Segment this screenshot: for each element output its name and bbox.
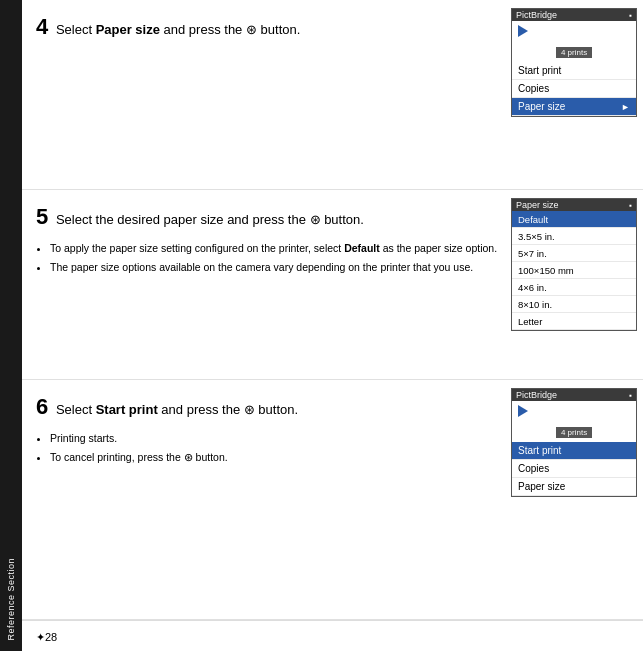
step-4-menu-copies[interactable]: Copies (512, 80, 636, 98)
step-6-prints-badge: 4 prints (556, 427, 592, 438)
step-5-screenshot: Paper size ▪ Default 3.5×5 in. 5×7 in. 1… (511, 190, 643, 379)
step-4-heading-before: Select (56, 22, 96, 37)
step-6-number: 6 (36, 394, 48, 419)
step-5-menu-35x5[interactable]: 3.5×5 in. (512, 228, 636, 245)
step-4-menu-start-print-label: Start print (518, 65, 561, 76)
step-6-button-symbol: ⊛ (244, 402, 255, 417)
step-5-menu-35x5-label: 3.5×5 in. (518, 231, 555, 242)
step-5-bullet-2: The paper size options available on the … (50, 260, 501, 276)
step-5-bullets: To apply the paper size setting configur… (36, 241, 501, 276)
step-4-screenshot: PictBridge ▪ 4 prints Start print Copies (511, 0, 643, 189)
bullet-prefix: ✦ (36, 631, 45, 643)
step-5-bullet-1-before: To apply the paper size setting configur… (50, 242, 344, 254)
step-5-bullet-1-after: as the paper size option. (380, 242, 497, 254)
step-4-menu-paper-size-label: Paper size (518, 101, 565, 112)
step-4-chevron-right: ► (621, 102, 630, 112)
step-4-camera-row (512, 21, 636, 39)
step-6-topbar: PictBridge ▪ (512, 389, 636, 401)
step-5-section: 5 Select the desired paper size and pres… (22, 190, 643, 380)
step-6-heading-after: and press the (158, 402, 244, 417)
step-5-bullet-1-bold: Default (344, 242, 380, 254)
step-5-menu-8x10-label: 8×10 in. (518, 299, 552, 310)
step-6-bullet-2-button: ⊛ (184, 451, 193, 463)
step-6-prints-area: 4 prints (512, 419, 636, 442)
step-4-button-symbol: ⊛ (246, 22, 257, 37)
step-5-heading: 5 Select the desired paper size and pres… (36, 202, 501, 233)
step-5-screen-title: Paper size (516, 200, 559, 210)
step-6-topbar-icon: ▪ (629, 391, 632, 400)
main-content: 4 Select Paper size and press the ⊛ butt… (22, 0, 643, 651)
step-5-bullet-1: To apply the paper size setting configur… (50, 241, 501, 257)
step-4-text: 4 Select Paper size and press the ⊛ butt… (22, 0, 511, 189)
step-6-screen: PictBridge ▪ 4 prints Start print Copies (511, 388, 637, 497)
step-5-menu-default-label: Default (518, 214, 548, 225)
step-6-menu-start-print-label: Start print (518, 445, 561, 456)
step-5-menu-letter[interactable]: Letter (512, 313, 636, 330)
step-5-menu-100x150-label: 100×150 mm (518, 265, 574, 276)
step-6-menu-paper-size[interactable]: Paper size (512, 478, 636, 496)
step-6-heading-end: button. (255, 402, 298, 417)
step-6-bullet-1: Printing starts. (50, 431, 501, 447)
step-4-screen-body: 4 prints Start print Copies Paper size ► (512, 21, 636, 116)
step-6-menu-copies[interactable]: Copies (512, 460, 636, 478)
step-5-menu-letter-label: Letter (518, 316, 542, 327)
step-4-number: 4 (36, 14, 48, 39)
step-6-heading-before: Select (56, 402, 96, 417)
step-4-prints-badge: 4 prints (556, 47, 592, 58)
step-5-bullet-2-text: The paper size options available on the … (50, 261, 473, 273)
step-5-text: 5 Select the desired paper size and pres… (22, 190, 511, 379)
step-6-camera-icon (518, 405, 528, 417)
step-5-screen-body: Default 3.5×5 in. 5×7 in. 100×150 mm 4×6… (512, 211, 636, 330)
step-4-menu-paper-size[interactable]: Paper size ► (512, 98, 636, 116)
step-4-bold: Paper size (96, 22, 160, 37)
sidebar: Reference Section (0, 0, 22, 651)
step-6-section: 6 Select Start print and press the ⊛ but… (22, 380, 643, 620)
step-4-section: 4 Select Paper size and press the ⊛ butt… (22, 0, 643, 190)
step-4-heading: 4 Select Paper size and press the ⊛ butt… (36, 12, 501, 43)
step-5-topbar: Paper size ▪ (512, 199, 636, 211)
step-6-screenshot: PictBridge ▪ 4 prints Start print Copies (511, 380, 643, 619)
page-footer: ✦28 (22, 620, 643, 651)
step-5-heading-end: button. (321, 212, 364, 227)
step-4-menu-copies-label: Copies (518, 83, 549, 94)
step-6-bullet-2: To cancel printing, press the ⊛ button. (50, 450, 501, 466)
step-6-bold: Start print (96, 402, 158, 417)
step-5-menu-default[interactable]: Default (512, 211, 636, 228)
step-5-menu-8x10[interactable]: 8×10 in. (512, 296, 636, 313)
step-6-camera-row (512, 401, 636, 419)
step-5-menu-100x150[interactable]: 100×150 mm (512, 262, 636, 279)
step-6-bullet-2-before: To cancel printing, press the (50, 451, 184, 463)
step-4-screen-title: PictBridge (516, 10, 557, 20)
step-6-menu-start-print[interactable]: Start print (512, 442, 636, 460)
step-4-heading-end: button. (257, 22, 300, 37)
step-4-screen: PictBridge ▪ 4 prints Start print Copies (511, 8, 637, 117)
sidebar-label: Reference Section (6, 558, 16, 641)
step-5-button-symbol: ⊛ (310, 212, 321, 227)
step-6-bullets: Printing starts. To cancel printing, pre… (36, 431, 501, 466)
step-4-topbar: PictBridge ▪ (512, 9, 636, 21)
step-5-menu-4x6-label: 4×6 in. (518, 282, 547, 293)
step-6-bullet-1-text: Printing starts. (50, 432, 117, 444)
step-5-heading-before: Select the desired paper size and press … (56, 212, 310, 227)
step-6-screen-title: PictBridge (516, 390, 557, 400)
step-4-heading-after: and press the (160, 22, 246, 37)
step-6-bullet-2-after: button. (193, 451, 228, 463)
step-4-topbar-icon: ▪ (629, 11, 632, 20)
step-6-menu-paper-size-label: Paper size (518, 481, 565, 492)
step-4-prints-area: 4 prints (512, 39, 636, 62)
step-4-camera-icon (518, 25, 528, 37)
step-6-text: 6 Select Start print and press the ⊛ but… (22, 380, 511, 619)
step-4-menu-start-print[interactable]: Start print (512, 62, 636, 80)
step-5-topbar-icon: ▪ (629, 201, 632, 210)
step-5-menu-5x7[interactable]: 5×7 in. (512, 245, 636, 262)
step-6-menu-copies-label: Copies (518, 463, 549, 474)
step-6-heading: 6 Select Start print and press the ⊛ but… (36, 392, 501, 423)
step-6-screen-body: 4 prints Start print Copies Paper size (512, 401, 636, 496)
step-5-number: 5 (36, 204, 48, 229)
step-5-menu-5x7-label: 5×7 in. (518, 248, 547, 259)
page-number: ✦28 (36, 631, 57, 643)
step-5-menu-4x6[interactable]: 4×6 in. (512, 279, 636, 296)
step-5-screen: Paper size ▪ Default 3.5×5 in. 5×7 in. 1… (511, 198, 637, 331)
